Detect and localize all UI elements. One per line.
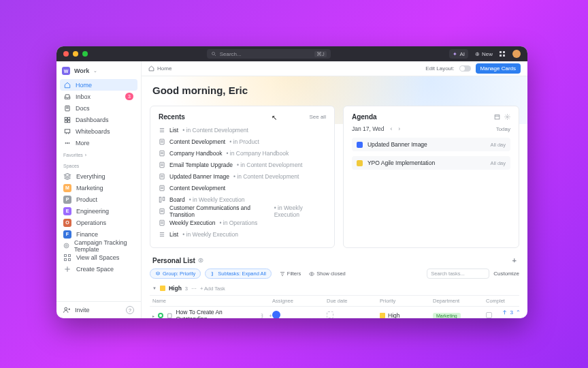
- task-row[interactable]: ▸ How To Create An Outstanding... + High…: [150, 307, 519, 318]
- recent-item[interactable]: Email Template Upgrade • in Content Deve…: [159, 160, 326, 170]
- show-closed-button[interactable]: Show closed: [309, 271, 346, 277]
- svg-point-59: [311, 273, 312, 275]
- assignee-avatar[interactable]: [272, 311, 280, 318]
- chevron-right-icon[interactable]: ▸: [152, 313, 154, 318]
- group-high[interactable]: ▼ High 3 ⋯ + Add Task: [150, 283, 519, 295]
- agenda-item[interactable]: YPO Agile ImplementationAll day: [352, 156, 510, 170]
- group-count: 3: [185, 286, 188, 292]
- sidebar-space-item[interactable]: OOperations: [56, 217, 141, 228]
- arrow-up-icon: [502, 309, 508, 316]
- inbox-badge: 3: [125, 93, 133, 100]
- nav-whiteboards[interactable]: Whiteboards: [60, 125, 137, 137]
- invite-button[interactable]: Invite: [75, 307, 90, 313]
- nav-docs-label: Docs: [76, 105, 90, 112]
- pin-icon[interactable]: ⦿: [198, 258, 203, 264]
- recent-item[interactable]: Company Handbook • in Company Handbook: [159, 149, 326, 158]
- workspace-switcher[interactable]: W Work ⌄: [56, 61, 141, 79]
- today-button[interactable]: Today: [496, 126, 510, 132]
- breadcrumb-label: Home: [157, 65, 172, 72]
- agenda-item[interactable]: Updated Banner ImageAll day: [352, 138, 510, 151]
- traffic-lights[interactable]: [63, 51, 88, 57]
- close-icon[interactable]: [63, 51, 69, 57]
- recent-item[interactable]: Content Development: [159, 183, 326, 193]
- nav-docs[interactable]: Docs: [60, 102, 137, 114]
- add-card-button[interactable]: +: [512, 256, 517, 264]
- minimize-icon[interactable]: [73, 51, 78, 57]
- scroll-up-button[interactable]: 3 ⌃: [502, 309, 521, 316]
- customize-button[interactable]: Customize: [493, 271, 519, 277]
- col-name[interactable]: Name: [152, 298, 272, 304]
- complete-checkbox[interactable]: [486, 312, 492, 318]
- agenda-color-icon: [357, 160, 363, 166]
- sidebar-space-item[interactable]: PProduct: [56, 194, 141, 205]
- recent-item[interactable]: Content Development • in Product: [159, 137, 326, 147]
- edit-layout-toggle[interactable]: [459, 65, 471, 72]
- apps-grid-icon[interactable]: [500, 51, 506, 57]
- subtasks-chip[interactable]: Subtasks: Expand All: [205, 269, 271, 279]
- status-icon[interactable]: [158, 313, 163, 318]
- favorites-header[interactable]: Favorites›: [56, 149, 141, 159]
- recent-item[interactable]: Weekly Execution • in Operations: [159, 218, 326, 228]
- space-label: Everything: [76, 173, 105, 180]
- col-complete[interactable]: Complet: [486, 298, 517, 304]
- manage-cards-button[interactable]: Manage Cards: [476, 63, 521, 74]
- recent-item[interactable]: Board • in Weekly Execution: [159, 195, 326, 204]
- department-tag[interactable]: Marketing: [433, 313, 461, 318]
- svg-rect-42: [160, 185, 164, 191]
- nav-inbox[interactable]: Inbox 3: [60, 91, 137, 102]
- user-avatar[interactable]: [512, 50, 521, 58]
- spaces-list: EverythingMMarketingPProductEEngineering…: [56, 170, 141, 275]
- breadcrumb[interactable]: Home: [148, 65, 172, 72]
- nav-more[interactable]: More: [60, 137, 137, 149]
- recent-item[interactable]: Customer Communications and Transition •…: [159, 206, 326, 216]
- svg-rect-20: [65, 258, 67, 260]
- group-chip[interactable]: Group: Priority: [150, 269, 201, 279]
- sidebar-space-item[interactable]: MMarketing: [56, 182, 141, 194]
- add-task-button[interactable]: + Add Task: [200, 286, 225, 292]
- window-titlebar: Search... ⌘J ✦ AI ⊕ New: [56, 46, 527, 61]
- agenda-next-icon[interactable]: ›: [398, 125, 400, 132]
- sidebar-footer: Invite ?: [56, 301, 141, 318]
- svg-point-0: [212, 52, 214, 55]
- nav-whiteboards-label: Whiteboards: [76, 128, 110, 135]
- sidebar-space-item[interactable]: Campaign Tracking Template: [56, 240, 141, 251]
- task-search-input[interactable]: Search tasks...: [427, 269, 489, 279]
- col-due[interactable]: Due date: [327, 298, 380, 304]
- recent-item[interactable]: Updated Banner Image • in Content Develo…: [159, 172, 326, 181]
- recent-context: • in Company Handbook: [227, 150, 289, 157]
- plus-circle-icon: ⊕: [475, 51, 480, 57]
- see-all-link[interactable]: See all: [309, 114, 325, 120]
- recent-item[interactable]: List • in Content Development: [159, 125, 326, 135]
- home-icon: [64, 82, 71, 89]
- dashboards-icon: [64, 117, 71, 123]
- col-department[interactable]: Department: [433, 298, 486, 304]
- global-search[interactable]: Search... ⌘J: [207, 49, 331, 59]
- search-icon: [211, 51, 216, 57]
- more-icon: [64, 140, 71, 147]
- recent-item[interactable]: List • in Weekly Execution: [159, 230, 326, 239]
- gear-icon[interactable]: [504, 114, 510, 120]
- agenda-allday: All day: [490, 142, 506, 148]
- col-assignee[interactable]: Assignee: [272, 298, 327, 304]
- due-date-empty[interactable]: [327, 311, 333, 318]
- calendar-add-icon[interactable]: [494, 114, 500, 120]
- nav-home[interactable]: Home: [60, 79, 137, 91]
- zoom-icon[interactable]: [82, 51, 88, 57]
- sidebar-space-item[interactable]: View all Spaces: [56, 251, 141, 263]
- personal-toolbar: Group: Priority Subtasks: Expand All Fil…: [150, 269, 519, 283]
- filters-button[interactable]: Filters: [280, 271, 301, 277]
- col-priority[interactable]: Priority: [380, 298, 433, 304]
- more-icon[interactable]: ⋯: [191, 286, 197, 292]
- docs-icon: [64, 105, 71, 112]
- sidebar-space-item[interactable]: FFinance: [56, 228, 141, 240]
- agenda-prev-icon[interactable]: ‹: [391, 125, 393, 132]
- help-icon[interactable]: ?: [126, 306, 134, 314]
- doc-icon: [167, 313, 173, 319]
- sidebar-space-item[interactable]: Create Space: [56, 263, 141, 275]
- nav-dashboards[interactable]: Dashboards: [60, 114, 137, 125]
- new-button[interactable]: ⊕ New: [475, 51, 493, 57]
- sidebar-space-item[interactable]: EEngineering: [56, 205, 141, 217]
- ai-button[interactable]: ✦ AI: [449, 49, 468, 59]
- sidebar-space-item[interactable]: Everything: [56, 170, 141, 182]
- list-icon: [159, 127, 165, 134]
